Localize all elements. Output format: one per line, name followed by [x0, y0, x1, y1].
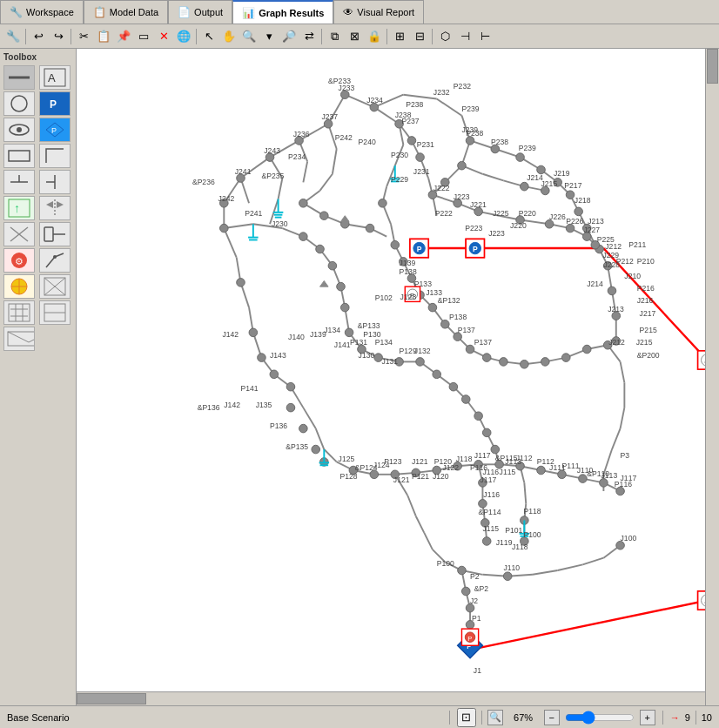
- svg-point-231: [537, 165, 546, 174]
- svg-text:J243: J243: [264, 146, 280, 155]
- scroll-thumb-vertical[interactable]: [707, 49, 718, 84]
- toolbar-lock[interactable]: 🔒: [365, 27, 384, 46]
- tool-circle[interactable]: [3, 91, 35, 116]
- toolbar-paste[interactable]: 📌: [114, 27, 133, 46]
- toolbar-delete[interactable]: ✕: [154, 27, 173, 46]
- tool-clamp[interactable]: [3, 170, 35, 194]
- toolbar-undo[interactable]: ↩: [29, 27, 48, 46]
- svg-point-267: [428, 303, 437, 312]
- tool-junction[interactable]: P: [39, 91, 71, 116]
- toolbar-copy2[interactable]: ⧉: [325, 27, 344, 46]
- tab-graph-results[interactable]: 📊 Graph Results: [232, 0, 333, 24]
- tool-envelope[interactable]: [3, 327, 35, 351]
- zoom-plus-button[interactable]: +: [640, 710, 655, 725]
- tool-circle-yellow[interactable]: [3, 274, 35, 299]
- tab-model-data-label: Model Data: [110, 7, 158, 17]
- toolbar-pan[interactable]: ✋: [219, 27, 239, 46]
- zoom-in-button[interactable]: 🔍: [487, 710, 503, 725]
- toolbar-zoom[interactable]: 🔍: [239, 27, 259, 46]
- toolbar-flip[interactable]: ⇄: [299, 27, 319, 46]
- svg-point-301: [491, 445, 500, 454]
- svg-text:&P233: &P233: [328, 77, 351, 85]
- svg-text:P: P: [467, 635, 472, 643]
- tab-output[interactable]: 📄 Output: [168, 0, 232, 24]
- tool-text[interactable]: A: [39, 65, 71, 90]
- tool-arrow-green[interactable]: ↑: [3, 196, 35, 220]
- svg-text:P102: P102: [375, 293, 393, 302]
- tab-visual-report[interactable]: 👁 Visual Report: [333, 0, 424, 24]
- toolbar-distribute[interactable]: ⊢: [475, 27, 494, 46]
- svg-text:P223: P223: [465, 224, 482, 233]
- toolbar-copy[interactable]: 📋: [94, 27, 113, 46]
- tab-workspace[interactable]: 🔧 Workspace: [0, 0, 84, 24]
- model-data-icon: 📋: [93, 6, 106, 18]
- svg-point-211: [416, 153, 425, 162]
- svg-text:J237: J237: [321, 112, 338, 121]
- svg-point-234: [575, 207, 583, 216]
- toolbar-scenario[interactable]: 🌐: [174, 27, 193, 46]
- svg-text:J142: J142: [224, 401, 240, 409]
- svg-text:J132: J132: [414, 347, 431, 355]
- toolbar-cut[interactable]: ✂: [74, 27, 93, 46]
- svg-text:J143: J143: [270, 351, 286, 360]
- svg-line-61: [333, 149, 337, 174]
- svg-text:P101: P101: [505, 526, 522, 535]
- tool-grid[interactable]: [3, 300, 35, 325]
- scrollbar-vertical[interactable]: [705, 49, 719, 705]
- canvas-area[interactable]: P P P J J P P: [77, 49, 719, 705]
- toolbar-group[interactable]: ⊞: [390, 27, 409, 46]
- tool-spray[interactable]: [39, 248, 71, 273]
- svg-line-95: [482, 174, 503, 181]
- tool-cross[interactable]: [39, 274, 71, 299]
- tool-angle[interactable]: [39, 144, 71, 168]
- tool-connect[interactable]: [39, 222, 71, 246]
- toolbar-new[interactable]: 🔧: [3, 27, 23, 46]
- title-bar: 🔧 Workspace 📋 Model Data 📄 Output 📊 Grap…: [0, 0, 719, 24]
- tool-pipe[interactable]: [3, 65, 35, 90]
- toolbar-zoom-dropdown[interactable]: ▾: [259, 27, 279, 46]
- svg-text:P136: P136: [270, 421, 287, 430]
- toolbar-arrange[interactable]: ⊟: [410, 27, 429, 46]
- tool-split[interactable]: [39, 170, 71, 194]
- tool-pump[interactable]: ⚙: [3, 248, 35, 273]
- svg-point-311: [461, 587, 470, 596]
- tab-visual-report-label: Visual Report: [357, 7, 414, 17]
- svg-point-306: [503, 572, 512, 581]
- scrollbar-horizontal[interactable]: [77, 691, 705, 705]
- svg-line-174: [416, 516, 425, 533]
- zoom-out-button[interactable]: −: [544, 710, 560, 725]
- svg-point-3: [11, 96, 27, 111]
- svg-rect-10: [9, 151, 30, 161]
- svg-line-55: [437, 99, 462, 116]
- zoom-slider[interactable]: [565, 711, 635, 725]
- toolbar-align[interactable]: ⊣: [455, 27, 474, 46]
- tool-valve[interactable]: P: [39, 118, 71, 142]
- tool-mirror[interactable]: [39, 196, 71, 220]
- svg-point-268: [441, 320, 450, 328]
- svg-text:P133: P133: [414, 280, 432, 288]
- svg-line-173: [407, 495, 416, 516]
- tool-eye[interactable]: [3, 118, 35, 142]
- fit-to-window-button[interactable]: ⊡: [457, 708, 476, 727]
- toolbar-rect[interactable]: ▭: [134, 27, 153, 46]
- svg-point-291: [537, 466, 546, 475]
- svg-text:P222: P222: [435, 209, 453, 218]
- toolbox-panel: Toolbox A P P: [0, 49, 77, 705]
- svg-text:P: P: [417, 245, 422, 253]
- toolbar-redo[interactable]: ↪: [49, 27, 68, 46]
- svg-text:P215: P215: [640, 326, 657, 334]
- toolbar-select[interactable]: ↖: [199, 27, 218, 46]
- scroll-thumb-horizontal[interactable]: [77, 693, 146, 704]
- svg-text:P100: P100: [437, 559, 454, 568]
- tab-model-data[interactable]: 📋 Model Data: [84, 0, 168, 24]
- toolbar-cut2[interactable]: ⊠: [345, 27, 364, 46]
- toolbar-find[interactable]: 🔎: [279, 27, 299, 46]
- svg-text:J115: J115: [482, 524, 499, 533]
- tool-rect[interactable]: [3, 144, 35, 168]
- toolbar-shape1[interactable]: ⬡: [435, 27, 454, 46]
- svg-point-297: [449, 382, 458, 391]
- svg-text:J131: J131: [381, 357, 398, 366]
- tool-cut[interactable]: [3, 222, 35, 246]
- svg-text:A: A: [48, 71, 56, 84]
- tool-plug[interactable]: [39, 300, 71, 325]
